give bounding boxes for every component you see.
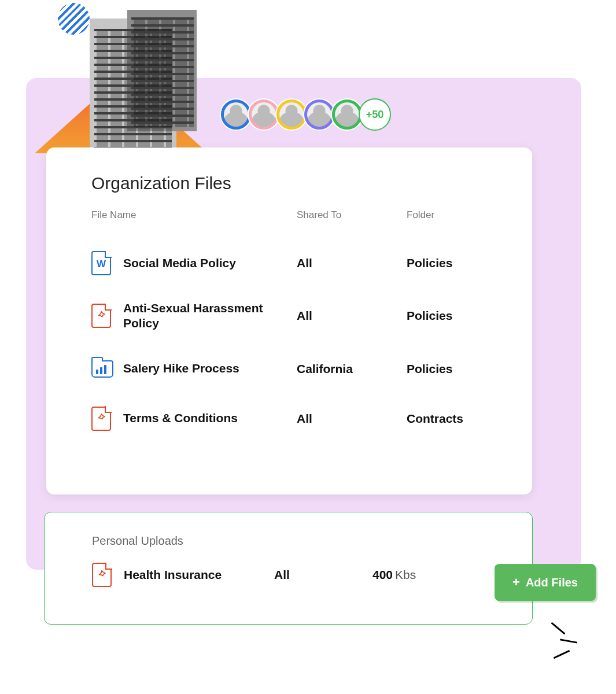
- shared-to: California: [297, 362, 407, 376]
- card-title: Organization Files: [91, 174, 492, 193]
- table-row[interactable]: Terms & Conditions All Contracts: [91, 394, 492, 444]
- shared-to: All: [297, 256, 407, 270]
- table-row[interactable]: W Social Media Policy All Policies: [91, 238, 492, 288]
- plus-icon: +: [512, 575, 520, 590]
- pdf-doc-icon: [91, 407, 111, 431]
- file-name: Anti-Sexual Harassment Policy: [123, 301, 297, 331]
- folder-chart-icon: [91, 357, 111, 381]
- blue-pattern-circle-decor: [58, 3, 90, 35]
- table-row[interactable]: Salery Hike Process California Policies: [91, 344, 492, 394]
- file-size-value: 400: [372, 568, 393, 581]
- table-row[interactable]: Anti-Sexual Harassment Policy All Polici…: [91, 288, 492, 344]
- column-header-file-name: File Name: [91, 209, 297, 221]
- shared-to: All: [297, 412, 407, 426]
- avatar-face-icon: [224, 102, 248, 127]
- file-name: Terms & Conditions: [123, 411, 297, 426]
- file-name: Health Insurance: [124, 568, 274, 582]
- shared-to: All: [297, 309, 407, 323]
- file-name: Salery Hike Process: [123, 361, 297, 376]
- add-files-button[interactable]: + Add Files: [495, 564, 596, 601]
- column-header-folder: Folder: [407, 209, 492, 221]
- column-header-shared-to: Shared To: [297, 209, 407, 221]
- avatar-overflow-count[interactable]: +50: [359, 98, 391, 131]
- cursor-click-icon: [538, 622, 596, 668]
- avatar-face-icon: [279, 102, 304, 127]
- folder-name: Policies: [407, 256, 492, 270]
- add-files-label: Add Files: [526, 576, 578, 589]
- pdf-doc-icon: [91, 304, 111, 328]
- folder-name: Policies: [407, 309, 492, 323]
- avatar-face-icon: [307, 102, 331, 127]
- file-name: Social Media Policy: [123, 256, 297, 271]
- table-header-row: File Name Shared To Folder: [91, 209, 492, 221]
- pdf-doc-icon: [92, 563, 112, 587]
- avatar-group: +50: [220, 98, 391, 131]
- organization-files-card: Organization Files File Name Shared To F…: [46, 147, 532, 494]
- file-size-unit: Kbs: [395, 568, 416, 581]
- table-row[interactable]: Health Insurance All 400Kbs: [92, 563, 500, 587]
- personal-uploads-card: Personal Uploads Health Insurance All 40…: [44, 512, 533, 625]
- folder-name: Policies: [407, 362, 492, 376]
- building-illustration: [90, 7, 200, 152]
- word-doc-icon: W: [91, 251, 111, 275]
- folder-name: Contracts: [407, 412, 492, 426]
- shared-to: All: [274, 568, 372, 582]
- avatar-face-icon: [335, 102, 359, 127]
- card-title: Personal Uploads: [92, 534, 500, 548]
- file-size: 400Kbs: [372, 568, 500, 582]
- avatar-face-icon: [252, 102, 276, 127]
